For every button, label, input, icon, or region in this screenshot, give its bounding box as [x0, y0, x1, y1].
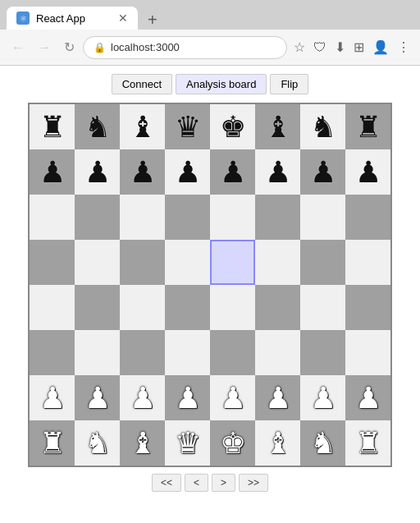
menu-icon[interactable]: ⋮	[394, 36, 413, 58]
board-cell[interactable]	[120, 285, 165, 330]
board-cell[interactable]: ♟	[300, 375, 345, 420]
board-cell[interactable]: ♝	[255, 104, 300, 149]
board-cell[interactable]	[345, 195, 390, 240]
bookmark-icon[interactable]: ☆	[290, 36, 308, 58]
chess-piece: ♟	[220, 158, 246, 187]
url-bar[interactable]: 🔒 localhost:3000	[83, 36, 287, 59]
board-cell[interactable]	[30, 285, 75, 330]
board-cell[interactable]: ♝	[120, 420, 165, 466]
board-cell[interactable]: ♟	[120, 149, 165, 195]
reload-button[interactable]: ↻	[59, 36, 80, 58]
board-cell[interactable]	[165, 195, 210, 240]
board-cell[interactable]	[255, 195, 300, 240]
board-cell[interactable]	[255, 285, 300, 330]
board-cell[interactable]	[165, 285, 210, 330]
chess-piece: ♛	[175, 429, 201, 458]
board-cell[interactable]: ♞	[300, 104, 345, 149]
board-cell[interactable]	[300, 285, 345, 330]
chess-piece: ♚	[220, 112, 246, 142]
new-tab-button[interactable]: +	[138, 11, 167, 30]
board-cell[interactable]: ♟	[165, 375, 210, 420]
board-cell[interactable]	[30, 240, 75, 285]
board-cell[interactable]: ♟	[30, 149, 75, 195]
board-cell[interactable]	[75, 330, 120, 375]
board-cell[interactable]: ♟	[210, 149, 255, 195]
board-cell[interactable]	[75, 195, 120, 240]
board-cell[interactable]: ♟	[255, 149, 300, 195]
board-cell[interactable]: ♟	[120, 375, 165, 420]
chess-piece: ♜	[355, 429, 381, 458]
board-cell[interactable]	[165, 240, 210, 285]
board-cell[interactable]	[345, 285, 390, 330]
board-cell[interactable]: ♟	[210, 375, 255, 420]
board-cell[interactable]: ♟	[165, 149, 210, 195]
board-cell[interactable]: ♚	[210, 104, 255, 149]
board-cell[interactable]: ♞	[300, 420, 345, 466]
chess-piece: ♚	[220, 429, 246, 458]
board-cell[interactable]	[300, 240, 345, 285]
next-move-button[interactable]: >	[212, 474, 235, 492]
board-cell[interactable]	[300, 330, 345, 375]
last-move-button[interactable]: >>	[239, 474, 268, 492]
board-cell[interactable]	[210, 195, 255, 240]
board-cell[interactable]: ♟	[300, 149, 345, 195]
forward-button[interactable]: →	[33, 37, 56, 58]
board-cell[interactable]	[30, 195, 75, 240]
board-cell[interactable]: ♜	[345, 420, 390, 466]
tab-react-app[interactable]: ⚛ React App ✕	[7, 7, 138, 30]
lock-icon: 🔒	[94, 42, 106, 53]
board-cell[interactable]	[300, 195, 345, 240]
chess-piece: ♟	[265, 383, 291, 413]
board-cell[interactable]: ♜	[345, 104, 390, 149]
board-cell[interactable]	[30, 330, 75, 375]
board-cell[interactable]	[120, 195, 165, 240]
profile-icon[interactable]: 👤	[369, 36, 392, 58]
chess-piece: ♟	[39, 383, 66, 413]
download-icon[interactable]: ⬇	[331, 36, 349, 58]
board-cell[interactable]: ♝	[255, 420, 300, 466]
board-cell[interactable]	[120, 330, 165, 375]
first-move-button[interactable]: <<	[152, 474, 181, 492]
board-cell[interactable]	[210, 240, 255, 285]
tab-title: React App	[36, 12, 85, 25]
board-cell[interactable]: ♟	[255, 375, 300, 420]
board-cell[interactable]: ♝	[120, 104, 165, 149]
board-cell[interactable]	[210, 330, 255, 375]
board-cell[interactable]	[165, 330, 210, 375]
board-cell[interactable]	[120, 240, 165, 285]
chess-piece: ♟	[84, 383, 111, 413]
board-cell[interactable]	[255, 240, 300, 285]
board-cell[interactable]	[255, 330, 300, 375]
prev-move-button[interactable]: <	[185, 474, 208, 492]
tab-favicon: ⚛	[16, 11, 30, 25]
board-cell[interactable]: ♛	[165, 420, 210, 466]
board-cell[interactable]: ♜	[30, 420, 75, 466]
shields-icon[interactable]: 🛡	[310, 37, 330, 58]
chess-piece: ♝	[265, 112, 291, 142]
board-cell[interactable]: ♞	[75, 420, 120, 466]
board-cell[interactable]: ♟	[75, 149, 120, 195]
board-cell[interactable]: ♛	[165, 104, 210, 149]
board-cell[interactable]: ♚	[210, 420, 255, 466]
board-cell[interactable]: ♞	[75, 104, 120, 149]
board-cell[interactable]	[210, 285, 255, 330]
board-cell[interactable]: ♜	[30, 104, 75, 149]
board-cell[interactable]	[75, 285, 120, 330]
board-cell[interactable]: ♟	[345, 149, 390, 195]
board-cell[interactable]: ♟	[345, 375, 390, 420]
board-cell[interactable]	[75, 240, 120, 285]
board-cell[interactable]: ♟	[30, 375, 75, 420]
chess-piece: ♞	[310, 112, 336, 142]
board-cell[interactable]	[345, 240, 390, 285]
chess-piece: ♟	[39, 158, 66, 187]
board-cell[interactable]	[345, 330, 390, 375]
back-button[interactable]: ←	[7, 37, 30, 58]
analysis-board-button[interactable]: Analysis board	[176, 74, 267, 94]
board-cell[interactable]: ♟	[75, 375, 120, 420]
connect-button[interactable]: Connect	[112, 74, 172, 94]
extensions-icon[interactable]: ⊞	[350, 36, 368, 58]
chess-piece: ♜	[355, 112, 381, 142]
chess-piece: ♝	[130, 429, 156, 458]
tab-close-button[interactable]: ✕	[118, 11, 128, 25]
flip-button[interactable]: Flip	[270, 74, 308, 94]
